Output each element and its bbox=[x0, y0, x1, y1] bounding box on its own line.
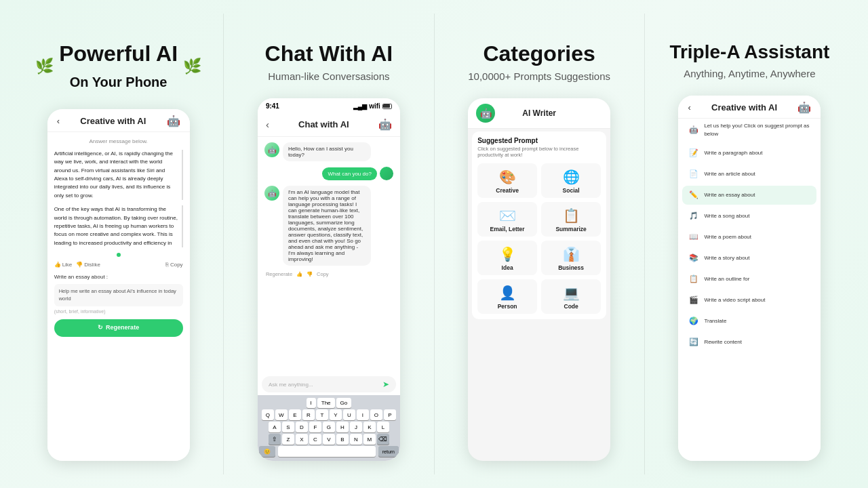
kb-space[interactable] bbox=[278, 446, 376, 457]
ai-avatar-2: 🤖 bbox=[264, 186, 279, 201]
writer-header: 🤖 AI Writer bbox=[468, 98, 610, 129]
chat-title: Chat with AI bbox=[298, 119, 349, 129]
kb-y[interactable]: Y bbox=[330, 409, 342, 420]
phone4-title: Creative with AI bbox=[711, 102, 777, 113]
panel4-title: Triple-A Assistant bbox=[669, 41, 829, 64]
kb-v[interactable]: V bbox=[323, 434, 335, 445]
kb-p[interactable]: P bbox=[384, 409, 396, 420]
kb-a[interactable]: A bbox=[269, 422, 281, 432]
chat-body: 🤖 Hello, How can I assist you today? Wha… bbox=[258, 137, 400, 373]
chat-input[interactable]: Ask me anything... bbox=[269, 382, 382, 388]
ai-avatar-1: 🤖 bbox=[264, 142, 279, 157]
list-item-3[interactable]: ✏️ Write an essay about bbox=[682, 186, 816, 205]
action-bar: 👍 Like 👎 Dislike ⎘ Copy bbox=[54, 261, 183, 269]
regenerate-button[interactable]: ↻ Regenerate bbox=[54, 319, 183, 337]
list-item-2[interactable]: 📄 Write an article about bbox=[682, 165, 816, 184]
prompt-hint: (short, brief, informative) bbox=[54, 308, 183, 316]
text-block-1: Artificial intelligence, or AI, is rapid… bbox=[54, 150, 183, 200]
cat-creative[interactable]: 🎨 Creative bbox=[477, 163, 537, 198]
item5-icon: 📖 bbox=[688, 231, 700, 243]
list-item-5[interactable]: 📖 Write a poem about bbox=[682, 228, 816, 247]
chat-input-row[interactable]: Ask me anything... ➤ bbox=[262, 376, 396, 392]
regenerate-label[interactable]: Regenerate bbox=[266, 271, 292, 277]
panel2-title: Chat With AI bbox=[265, 41, 393, 66]
kb-i[interactable]: I bbox=[357, 409, 369, 420]
kb-o[interactable]: O bbox=[370, 409, 382, 420]
prompt-box[interactable]: Help me write an essay about AI's influe… bbox=[54, 284, 183, 306]
summarize-icon: 📋 bbox=[563, 207, 580, 224]
suggested-prompt-section: Suggested Prompt Click on suggested prom… bbox=[472, 131, 606, 319]
dislike-button[interactable]: 👎 Dislike bbox=[76, 261, 100, 269]
chat-back-icon[interactable]: ‹ bbox=[266, 119, 269, 130]
send-icon[interactable]: ➤ bbox=[382, 380, 389, 389]
kb-c[interactable]: C bbox=[309, 434, 321, 445]
kb-r[interactable]: R bbox=[302, 409, 315, 420]
chat-header: ‹ Chat with AI 🤖 bbox=[258, 113, 400, 137]
suggested-sub: Click on suggested prompt below to incre… bbox=[477, 146, 601, 158]
kb-z[interactable]: Z bbox=[282, 434, 294, 445]
cat-idea[interactable]: 💡 Idea bbox=[477, 241, 537, 275]
copy-label[interactable]: Copy bbox=[317, 271, 329, 277]
kb-l[interactable]: L bbox=[377, 422, 389, 432]
kb-e[interactable]: E bbox=[289, 409, 301, 420]
list-item-7[interactable]: 📋 Write an outline for bbox=[682, 270, 816, 289]
kb-q[interactable]: Q bbox=[262, 409, 274, 420]
kb-special-the[interactable]: The bbox=[317, 398, 335, 408]
phone-mockup-4: ‹ Creative with AI 🤖 🤖 Let us help you! … bbox=[678, 96, 821, 461]
kb-special-i[interactable]: I bbox=[307, 398, 316, 408]
phone4-header: ‹ Creative with AI 🤖 bbox=[678, 96, 821, 119]
kb-b[interactable]: B bbox=[336, 434, 349, 445]
kb-x[interactable]: X bbox=[296, 434, 308, 445]
kb-special-go[interactable]: Go bbox=[336, 398, 352, 408]
phone1-header: ‹ Creative with AI 🤖 bbox=[47, 109, 190, 132]
suggested-title: Suggested Prompt bbox=[477, 137, 601, 144]
kb-m[interactable]: M bbox=[363, 434, 376, 445]
thumbup-icon[interactable]: 👍 bbox=[296, 271, 302, 277]
answer-label: Answer message below. bbox=[54, 138, 183, 146]
cat-business[interactable]: 👔 Business bbox=[541, 241, 601, 275]
phone-mockup-2: 9:41 ▂▄▆ wifi ‹ Chat with AI 🤖 🤖 Hello, … bbox=[258, 98, 400, 461]
kb-h[interactable]: H bbox=[336, 422, 349, 432]
phone4-back-icon[interactable]: ‹ bbox=[688, 102, 690, 113]
social-icon: 🌐 bbox=[563, 169, 580, 185]
kb-t[interactable]: T bbox=[316, 409, 328, 420]
cat-email-label: Email, Letter bbox=[490, 226, 525, 232]
kb-delete[interactable]: ⌫ bbox=[377, 434, 389, 445]
list-item-0[interactable]: 🤖 Let us help you! Click on suggest prom… bbox=[682, 119, 816, 142]
cat-person[interactable]: 👤 Person bbox=[477, 279, 537, 314]
thumb-up-icon: 👍 bbox=[54, 261, 61, 269]
kb-f[interactable]: F bbox=[309, 422, 321, 432]
back-icon[interactable]: ‹ bbox=[57, 116, 60, 126]
kb-return[interactable]: return bbox=[378, 446, 399, 457]
copy-button[interactable]: ⎘ Copy bbox=[165, 261, 183, 269]
cat-email[interactable]: ✉️ Email, Letter bbox=[477, 202, 537, 237]
ai-response-row: 🤖 I'm an AI language model that can help… bbox=[264, 186, 393, 266]
list-item-6[interactable]: 📚 Write a story about bbox=[682, 249, 816, 268]
kb-d[interactable]: D bbox=[296, 422, 308, 432]
cat-social[interactable]: 🌐 Social bbox=[541, 163, 601, 198]
thumbdown-icon[interactable]: 👎 bbox=[307, 271, 313, 277]
like-button[interactable]: 👍 Like bbox=[54, 261, 73, 269]
cat-summarize[interactable]: 📋 Summarize bbox=[541, 202, 601, 237]
kb-shift[interactable]: ⇧ bbox=[269, 434, 281, 445]
person-icon: 👤 bbox=[499, 285, 516, 301]
list-item-4[interactable]: 🎵 Write a song about bbox=[682, 207, 816, 226]
cat-code[interactable]: 💻 Code bbox=[541, 279, 601, 314]
kb-k[interactable]: K bbox=[363, 422, 376, 432]
kb-row-1: Q W E R T Y U I O P bbox=[259, 409, 399, 420]
list-item-10[interactable]: 🔄 Rewrite content bbox=[682, 333, 816, 352]
list-item-1[interactable]: 📝 Write a paragraph about bbox=[682, 144, 816, 163]
list-item-9[interactable]: 🌍 Translate bbox=[682, 312, 816, 331]
kb-special-row: I The Go bbox=[259, 398, 399, 408]
item6-icon: 📚 bbox=[688, 252, 700, 264]
kb-j[interactable]: J bbox=[350, 422, 362, 432]
kb-n[interactable]: N bbox=[350, 434, 362, 445]
kb-emoji[interactable]: 😊 bbox=[259, 446, 275, 457]
kb-u[interactable]: U bbox=[343, 409, 355, 420]
kb-s[interactable]: S bbox=[282, 422, 294, 432]
panel4-header: Triple-A Assistant Anything, Anytime, An… bbox=[669, 41, 829, 79]
list-item-8[interactable]: 🎬 Write a video script about bbox=[682, 291, 816, 310]
kb-g[interactable]: G bbox=[323, 422, 335, 432]
kb-w[interactable]: W bbox=[275, 409, 288, 420]
status-time: 9:41 bbox=[266, 102, 279, 110]
